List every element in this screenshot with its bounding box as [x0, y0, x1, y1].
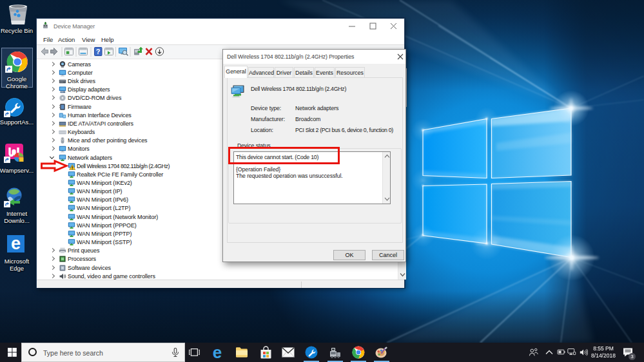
- svg-text:?: ?: [96, 48, 101, 55]
